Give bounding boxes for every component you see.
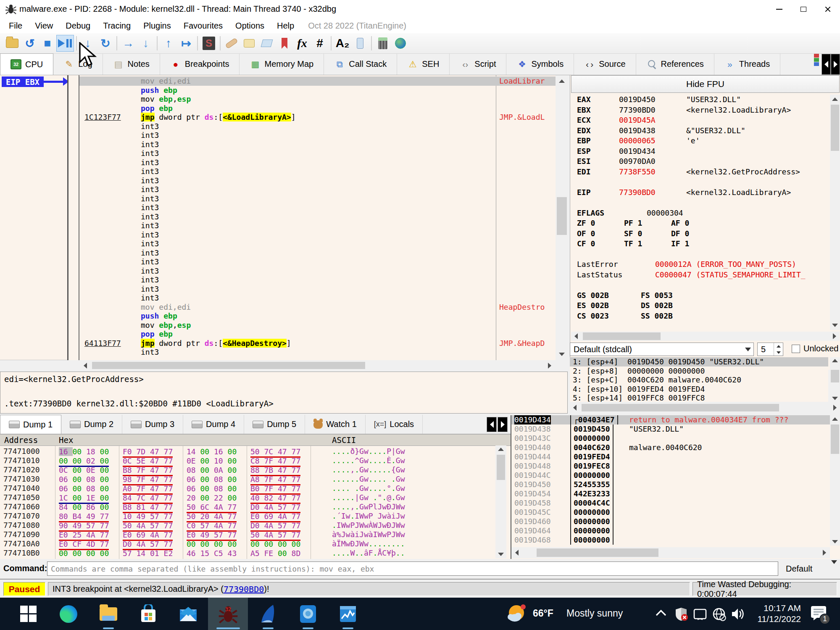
breakpoint-address-link[interactable]: 77390BD0 — [224, 584, 264, 594]
hex-row[interactable]: 7747108090 49 57 7750 4A 57 77C0 57 4A 7… — [0, 521, 511, 530]
dump-scroll-left-button[interactable] — [487, 417, 497, 432]
stack-arg-row[interactable]: 5: [esp+14] 0019FFC8 0019FFC8 — [570, 393, 828, 402]
tab-call-stack[interactable]: ⧉Call Stack — [324, 53, 397, 75]
stack-row[interactable]: 0019D454442E3233 — [511, 489, 840, 498]
defender-shield-icon[interactable] — [674, 607, 688, 621]
scroll-thumb[interactable] — [557, 197, 567, 235]
menu-favourites[interactable]: Favourites — [177, 18, 229, 33]
register-line[interactable]: EBP00000065'e' — [577, 136, 829, 146]
execute-till-return-icon[interactable]: → — [119, 35, 137, 52]
tab-breakpoints[interactable]: ●Breakpoints — [160, 53, 240, 75]
tab-memory-map[interactable]: ▦Memory Map — [240, 53, 324, 75]
disasm-row[interactable]: pop ebp — [79, 329, 556, 339]
hex-dump-pane[interactable]: Address Hex ASCII 7747100016 00 18 00F0 … — [0, 434, 511, 559]
register-line[interactable]: EBX77390BD0<kernel32.LoadLibraryA> — [577, 105, 829, 116]
stack-row[interactable]: 0019D46400000000 — [511, 526, 840, 535]
disasm-row[interactable]: int3 — [79, 122, 556, 131]
register-line[interactable]: ES 002BDS 002B — [577, 301, 829, 311]
functions-icon[interactable]: fx — [293, 35, 311, 52]
handles-icon[interactable] — [814, 54, 819, 75]
registers-hscrollbar[interactable] — [571, 332, 840, 341]
disasm-row[interactable]: int3 — [79, 149, 556, 158]
register-line[interactable] — [577, 198, 829, 208]
register-line[interactable]: ESI00970DA0 — [577, 156, 829, 167]
disasm-row[interactable]: int3 — [79, 221, 556, 230]
open-file-icon[interactable] — [3, 35, 21, 52]
dump-tab-dump-2[interactable]: Dump 2 — [61, 415, 122, 434]
register-line[interactable]: CF 0TF 1IF 1 — [577, 239, 829, 249]
breakpoint-gutter[interactable] — [68, 75, 79, 360]
stack-arg-row[interactable]: 4: [esp+10] 0019FED4 0019FED4 — [570, 385, 828, 394]
stack-pane[interactable]: 0019D434┌004034E7return to malware.00403… — [511, 415, 840, 559]
hex-row[interactable]: 7747101000 00 02 000C 5E 47 770E 00 10 0… — [0, 456, 511, 465]
disasm-hscrollbar[interactable] — [79, 361, 556, 370]
stack-row[interactable]: 0019D45800004C4C — [511, 498, 840, 508]
disasm-row[interactable]: int3 — [79, 348, 556, 357]
disasm-row[interactable]: int3 — [79, 203, 556, 212]
scroll-thumb[interactable] — [583, 332, 661, 340]
stack-row[interactable]: 0019D4380019D450"USER32.DLL" — [511, 424, 840, 434]
stack-arg-row[interactable]: 1: [esp+4] 0019D450 0019D450 "USER32.DLL… — [570, 357, 828, 366]
register-line[interactable]: EAX0019D450"USER32.DLL" — [577, 95, 829, 105]
weather-condition[interactable]: Mostly sunny — [566, 608, 623, 619]
volume-icon[interactable] — [730, 607, 745, 621]
register-line[interactable]: EFLAGS00000304 — [577, 208, 829, 219]
stack-row[interactable]: 0019D434┌004034E7return to malware.00403… — [511, 415, 840, 424]
disasm-row[interactable]: mov edi,ediLoadLibrar — [79, 76, 556, 86]
disasm-row[interactable]: int3 — [79, 239, 556, 248]
stack-row[interactable]: 0019D43C00000000 — [511, 434, 840, 443]
disasm-row[interactable]: int3 — [79, 285, 556, 294]
disasm-row[interactable]: push ebp — [79, 86, 556, 95]
tray-chevron-up-icon[interactable] — [656, 609, 666, 617]
menu-tracing[interactable]: Tracing — [97, 18, 137, 33]
font-icon[interactable]: A₂ — [334, 35, 351, 52]
restart-icon[interactable]: ↺ — [21, 35, 39, 52]
disasm-row[interactable]: mov ebp,esp — [79, 321, 556, 330]
scroll-thumb[interactable] — [537, 548, 658, 557]
calling-convention-select[interactable]: Default (stdcall) — [570, 343, 754, 356]
disasm-row[interactable]: 64113F77jmp dword ptr ds:[<&HeapDestroy>… — [79, 339, 556, 348]
stack-row[interactable]: 0019D4400040C620malware.0040C620 — [511, 443, 840, 452]
taskbar-photos-button[interactable] — [288, 598, 328, 630]
register-line[interactable]: EDX0019D438&"USER32.DLL" — [577, 126, 829, 136]
menu-help[interactable]: Help — [271, 18, 300, 33]
instruction-address[interactable]: 64113F77 — [84, 339, 121, 348]
scroll-thumb[interactable] — [831, 424, 839, 454]
disasm-row[interactable]: int3 — [79, 230, 556, 240]
disasm-row[interactable]: mov edi,ediHeapDestro — [79, 303, 556, 312]
tab-references[interactable]: References — [636, 53, 714, 75]
struct-icon[interactable] — [470, 417, 482, 424]
unlocked-option[interactable]: Unlocked — [792, 344, 838, 353]
stack-row[interactable]: 0019D45052455355 — [511, 480, 840, 489]
stack-hscrollbar[interactable] — [511, 547, 830, 558]
spin-up-icon[interactable] — [774, 343, 783, 349]
disasm-row[interactable]: int3 — [79, 293, 556, 303]
hex-row[interactable]: 774710B000 00 00 0057 14 01 E246 15 C5 4… — [0, 548, 511, 558]
taskbar-perfmon-button[interactable] — [328, 598, 368, 630]
register-line[interactable]: GS 002BFS 0053 — [577, 290, 829, 301]
tab-source[interactable]: ‹ ›Source — [574, 53, 636, 75]
registers-vscrollbar[interactable] — [830, 95, 840, 330]
args-hscrollbar[interactable] — [570, 403, 840, 413]
disasm-row[interactable]: int3 — [79, 266, 556, 276]
arg-count-stepper[interactable]: 5 — [757, 343, 783, 356]
register-line[interactable]: CS 0023SS 002B — [577, 311, 829, 322]
stack-vscrollbar[interactable] — [830, 415, 840, 546]
scroll-thumb[interactable] — [831, 370, 839, 382]
menu-options[interactable]: Options — [229, 18, 271, 33]
scylla-icon[interactable]: S — [200, 35, 218, 52]
scroll-thumb[interactable] — [831, 105, 839, 151]
instruction-address[interactable]: 1C123F77 — [84, 113, 121, 122]
weather-icon[interactable] — [506, 604, 528, 625]
hash-icon[interactable]: # — [311, 35, 329, 52]
start-button[interactable] — [8, 598, 48, 630]
dump-scroll-right-button[interactable] — [498, 417, 508, 432]
stack-arg-row[interactable]: 3: [esp+C] 0040C620 malware.0040C620 — [570, 375, 828, 385]
cast-icon[interactable] — [693, 608, 707, 620]
calculator-icon[interactable] — [374, 35, 392, 52]
weather-temperature[interactable]: 66°F — [533, 608, 553, 619]
stack-row[interactable]: 0019D4440019FED4 — [511, 452, 840, 461]
labels-icon[interactable] — [258, 35, 276, 52]
stop-icon[interactable]: ■ — [39, 35, 56, 52]
hex-row[interactable]: 7747106084 00 86 00B8 81 47 7750 6C 4A 7… — [0, 502, 511, 511]
